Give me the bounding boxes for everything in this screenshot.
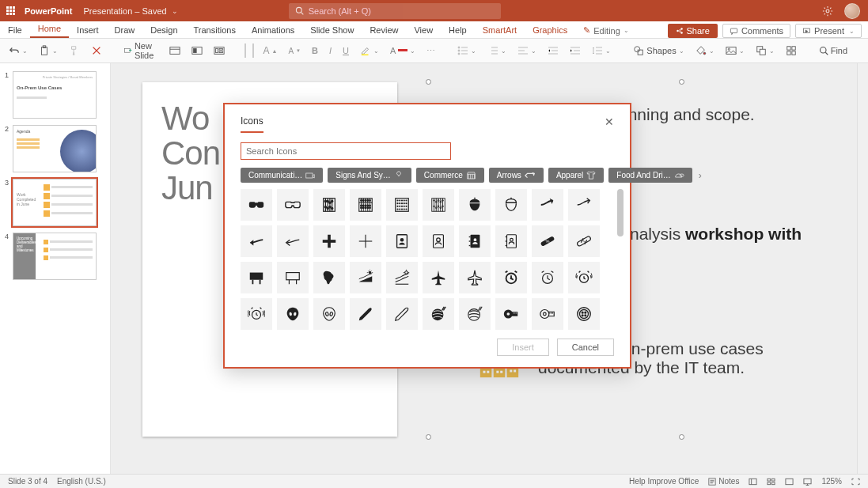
icon-alien-line[interactable]	[313, 298, 345, 330]
svg-point-221	[510, 278, 513, 280]
svg-point-145	[401, 202, 403, 204]
icon-tape-line[interactable]	[532, 298, 563, 330]
svg-point-191	[510, 238, 514, 241]
svg-point-203	[583, 240, 584, 241]
svg-point-126	[370, 200, 371, 202]
icon-yarn-fill[interactable]	[423, 298, 454, 330]
svg-point-142	[405, 199, 407, 201]
icon-airplane-fill[interactable]	[423, 262, 454, 293]
icon-airplane-line[interactable]	[459, 262, 491, 293]
svg-point-202	[584, 241, 585, 242]
dialog-close-icon[interactable]: ✕	[605, 115, 614, 133]
svg-point-141	[404, 199, 405, 201]
icon-billboard-fill[interactable]	[241, 262, 272, 293]
svg-point-210	[369, 271, 372, 274]
svg-point-107	[324, 200, 326, 202]
icon-grid-scrollbar[interactable]	[617, 189, 624, 236]
svg-point-154	[399, 208, 400, 210]
icons-search-input[interactable]	[241, 142, 451, 160]
svg-point-146	[404, 202, 405, 204]
icon-acorn-fill[interactable]	[459, 189, 491, 221]
svg-point-147	[405, 202, 407, 204]
svg-point-157	[405, 208, 407, 210]
icon-abacus-3[interactable]	[386, 189, 418, 221]
svg-point-113	[329, 206, 331, 208]
svg-point-179	[400, 238, 404, 242]
svg-point-155	[401, 208, 403, 210]
category-signs[interactable]: Signs And Sy…	[328, 168, 411, 183]
icon-tape-fill[interactable]	[495, 298, 527, 330]
icon-bandage-line[interactable]	[568, 225, 600, 257]
icon-field-fill[interactable]	[350, 262, 381, 293]
icon-alarm-ring-2[interactable]	[241, 298, 272, 330]
icon-alarm-fill[interactable]	[495, 262, 527, 293]
icon-acorn-line[interactable]	[495, 189, 527, 221]
svg-point-227	[325, 312, 328, 316]
svg-rect-175	[323, 240, 336, 243]
svg-point-156	[404, 208, 405, 210]
category-next-icon[interactable]: ›	[697, 170, 703, 181]
svg-point-243	[582, 312, 583, 313]
svg-point-149	[399, 206, 400, 207]
svg-point-133	[362, 207, 364, 209]
icon-addressbook-line[interactable]	[495, 225, 527, 257]
svg-point-195	[548, 241, 549, 242]
icon-arrow-curve-line[interactable]	[568, 189, 600, 221]
svg-point-129	[365, 205, 366, 206]
icon-arrow-back-fill[interactable]	[241, 225, 272, 257]
icon-africa[interactable]	[313, 262, 345, 293]
icon-abacus-4[interactable]	[423, 189, 454, 221]
svg-point-139	[399, 199, 400, 201]
svg-point-148	[396, 206, 398, 207]
svg-point-144	[399, 202, 400, 204]
svg-point-122	[361, 200, 362, 202]
category-communication[interactable]: Communicati…	[241, 168, 323, 183]
svg-point-181	[437, 238, 441, 242]
icon-plus-bold[interactable]	[313, 225, 345, 257]
icon-3d-glasses-line[interactable]	[277, 189, 309, 221]
svg-point-193	[546, 240, 547, 240]
icons-dialog: Icons ✕ Communicati… Signs And Sy… Comme…	[223, 103, 631, 369]
svg-point-108	[327, 200, 328, 202]
category-arrows[interactable]: Arrows	[489, 168, 544, 183]
modal-scrim: Icons ✕ Communicati… Signs And Sy… Comme…	[0, 0, 868, 488]
svg-rect-234	[515, 312, 516, 313]
svg-point-109	[329, 202, 331, 203]
category-food[interactable]: Food And Dri…	[608, 168, 692, 183]
svg-point-242	[580, 310, 589, 319]
category-commerce[interactable]: Commerce	[416, 168, 484, 183]
icon-alarm-ring[interactable]	[568, 262, 600, 293]
icon-plus-thin[interactable]	[350, 225, 381, 257]
icon-contact-fill[interactable]	[386, 225, 418, 257]
icon-yarn-line[interactable]	[459, 298, 491, 330]
icon-bandage-fill[interactable]	[532, 225, 563, 257]
icon-needle-fill[interactable]	[350, 298, 381, 330]
icon-abacus-1[interactable]	[313, 189, 345, 221]
icon-arrow-back-line[interactable]	[277, 225, 309, 257]
icon-contact-line[interactable]	[423, 225, 454, 257]
icon-categories: Communicati… Signs And Sy… Commerce Arro…	[225, 168, 630, 189]
svg-point-143	[396, 202, 398, 204]
icon-needle-line[interactable]	[386, 298, 418, 330]
icon-addressbook-fill[interactable]	[459, 225, 491, 257]
insert-button[interactable]: Insert	[497, 339, 549, 356]
svg-rect-207	[286, 273, 300, 280]
icon-arrow-curve-fill[interactable]	[532, 189, 563, 221]
category-apparel[interactable]: Apparel	[548, 168, 604, 183]
svg-rect-233	[514, 312, 514, 313]
icon-billboard-line[interactable]	[277, 262, 309, 293]
svg-point-197	[548, 240, 548, 240]
svg-point-245	[582, 315, 583, 316]
svg-point-196	[546, 241, 547, 242]
icon-abacus-2[interactable]	[350, 189, 381, 221]
icon-field-line[interactable]	[386, 262, 418, 293]
icon-alarm-line[interactable]	[532, 262, 563, 293]
svg-point-151	[404, 206, 405, 207]
svg-point-153	[396, 208, 398, 210]
svg-point-237	[544, 312, 547, 316]
icon-3d-glasses-fill[interactable]	[241, 189, 272, 221]
icon-alien-fill[interactable]	[277, 298, 309, 330]
icon-button-sew[interactable]	[568, 298, 600, 330]
cancel-button[interactable]: Cancel	[557, 339, 614, 356]
svg-rect-235	[516, 312, 517, 313]
